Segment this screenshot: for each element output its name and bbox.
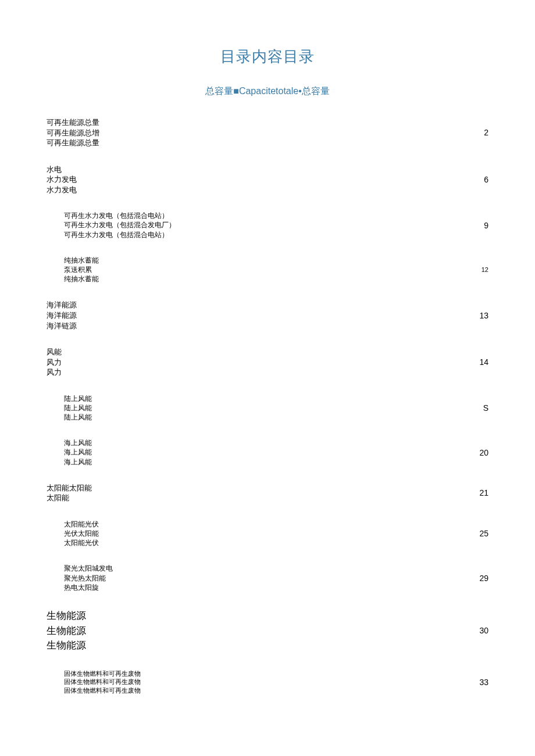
toc-entry: 海洋能源海洋能源海洋链源13 xyxy=(47,300,488,331)
toc-labels: 纯抽水蓄能泵送积累纯抽水蓄能 xyxy=(64,256,99,284)
toc-line: 可再生水力发电（包括混合电站） xyxy=(64,230,176,239)
toc-entry: 风能风力风力14 xyxy=(47,347,488,378)
toc-line: 可再生能源总增 xyxy=(47,128,99,138)
toc-line: 聚光太阳城发电 xyxy=(64,564,113,573)
toc-line: 海上风能 xyxy=(64,438,92,447)
toc-page-number: 14 xyxy=(472,357,488,367)
toc-line: 纯抽水蓄能 xyxy=(64,274,99,284)
toc-entry: 可再生能源总量可再生能源总增可再生能源总量2 xyxy=(47,117,488,148)
toc-page-number: 33 xyxy=(472,678,488,687)
toc-page-number: 29 xyxy=(472,574,488,583)
toc-line: 陆上风能 xyxy=(64,403,92,413)
toc-line: 太阳能 xyxy=(47,493,92,503)
toc-line: 水电 xyxy=(47,164,77,175)
toc-labels: 太阳能太阳能太阳能 xyxy=(47,483,92,503)
toc-labels: 海洋能源海洋能源海洋链源 xyxy=(47,300,77,331)
toc-line: 风力 xyxy=(47,357,62,368)
toc-line: 可再生能源总量 xyxy=(47,138,99,148)
toc-line: 太阳能太阳能 xyxy=(47,483,92,493)
toc-line: 泵送积累 xyxy=(64,265,99,274)
toc-line: 热电太阳旋 xyxy=(64,583,113,592)
toc-line: 光伏太阳能 xyxy=(64,529,99,538)
toc-line: 纯抽水蓄能 xyxy=(64,256,99,265)
toc-entry: 水电水力发电水力发电6 xyxy=(47,164,488,195)
toc-line: 海上风能 xyxy=(64,447,92,457)
toc-labels: 风能风力风力 xyxy=(47,347,62,378)
toc-entry: 固体生物燃料和可再生废物固体生物燃料和可再生废物固体生物燃料和可再生废物33 xyxy=(47,669,488,696)
toc-page-number: 21 xyxy=(472,488,488,497)
toc-labels: 聚光太阳城发电聚光热太阳能热电太阳旋 xyxy=(64,564,113,592)
toc-line: 生物能源 xyxy=(47,608,86,624)
toc-line: 太阳能光伏 xyxy=(64,519,99,529)
toc-labels: 陆上风能陆上风能陆上风能 xyxy=(64,394,92,422)
toc-page-number: 20 xyxy=(472,448,488,457)
toc-labels: 固体生物燃料和可再生废物固体生物燃料和可再生废物固体生物燃料和可再生废物 xyxy=(64,669,141,696)
toc-line: 固体生物燃料和可再生废物 xyxy=(64,669,141,678)
toc-line: 可再生水力发电（包括混合电站） xyxy=(64,211,176,220)
toc-line: 可再生能源总量 xyxy=(47,117,99,128)
toc-line: 风力 xyxy=(47,367,62,378)
toc-page-number: 13 xyxy=(472,311,488,320)
toc-labels: 可再生能源总量可再生能源总增可再生能源总量 xyxy=(47,117,99,148)
toc-labels: 水电水力发电水力发电 xyxy=(47,164,77,195)
toc-line: 陆上风能 xyxy=(64,394,92,403)
toc-line: 水力发电 xyxy=(47,185,77,195)
toc-line: 生物能源 xyxy=(47,638,86,653)
toc-line: 聚光热太阳能 xyxy=(64,574,113,583)
toc-entry: 纯抽水蓄能泵送积累纯抽水蓄能12 xyxy=(47,256,488,284)
toc-line: 可再生水力发电（包括混合发电厂） xyxy=(64,220,176,230)
toc-entry: 太阳能光伏光伏太阳能太阳能光伏25 xyxy=(47,519,488,548)
toc-page-number: 12 xyxy=(472,266,488,273)
toc-line: 固体生物燃料和可再生废物 xyxy=(64,686,141,695)
toc-labels: 可再生水力发电（包括混合电站）可再生水力发电（包括混合发电厂）可再生水力发电（包… xyxy=(64,211,176,239)
toc-line: 陆上风能 xyxy=(64,413,92,422)
page-container: 目录内容目录 总容量■Capacitetotale•总容量 可再生能源总量可再生… xyxy=(0,0,535,756)
toc-body: 可再生能源总量可再生能源总增可再生能源总量2水电水力发电水力发电6可再生水力发电… xyxy=(47,117,488,695)
sub-title: 总容量■Capacitetotale•总容量 xyxy=(47,85,488,98)
toc-entry: 太阳能太阳能太阳能21 xyxy=(47,483,488,503)
toc-line: 风能 xyxy=(47,347,62,357)
toc-page-number: 25 xyxy=(472,529,488,538)
toc-line: 生物能源 xyxy=(47,624,86,639)
toc-page-number: 2 xyxy=(472,128,488,137)
toc-line: 太阳能光伏 xyxy=(64,538,99,547)
toc-line: 海洋链源 xyxy=(47,321,77,331)
toc-entry: 生物能源生物能源生物能源30 xyxy=(47,608,488,653)
toc-page-number: 9 xyxy=(472,221,488,230)
toc-line: 海洋能源 xyxy=(47,310,77,321)
toc-line: 海洋能源 xyxy=(47,300,77,310)
toc-entry: 可再生水力发电（包括混合电站）可再生水力发电（包括混合发电厂）可再生水力发电（包… xyxy=(47,211,488,239)
toc-entry: 海上风能海上风能海上风能20 xyxy=(47,438,488,467)
toc-labels: 生物能源生物能源生物能源 xyxy=(47,608,86,653)
toc-line: 海上风能 xyxy=(64,457,92,467)
toc-entry: 陆上风能陆上风能陆上风能S xyxy=(47,394,488,422)
toc-page-number: S xyxy=(472,403,488,413)
toc-page-number: 6 xyxy=(472,175,488,184)
toc-page-number: 30 xyxy=(472,626,488,635)
toc-line: 水力发电 xyxy=(47,174,77,185)
toc-entry: 聚光太阳城发电聚光热太阳能热电太阳旋29 xyxy=(47,564,488,592)
toc-labels: 太阳能光伏光伏太阳能太阳能光伏 xyxy=(64,519,99,548)
toc-labels: 海上风能海上风能海上风能 xyxy=(64,438,92,467)
main-title: 目录内容目录 xyxy=(47,46,488,67)
toc-line: 固体生物燃料和可再生废物 xyxy=(64,678,141,686)
